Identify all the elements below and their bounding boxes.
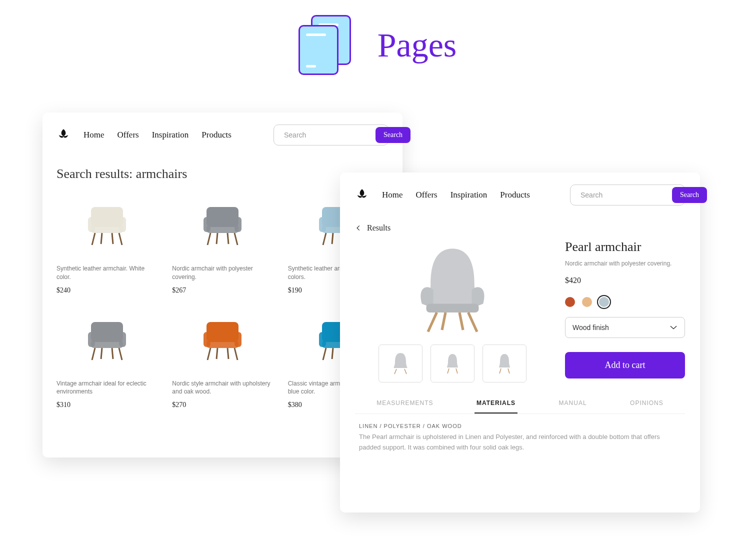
- product-description: Nordic armchair with polyester covering.: [565, 260, 685, 268]
- color-swatch[interactable]: [582, 297, 592, 307]
- finish-label: Wood finish: [572, 324, 609, 332]
- thumbnail[interactable]: [482, 344, 526, 382]
- search-bar: Search: [274, 124, 388, 146]
- svg-line-38: [208, 348, 210, 360]
- search-input[interactable]: [580, 191, 668, 199]
- svg-line-31: [119, 348, 122, 360]
- svg-rect-13: [206, 225, 238, 233]
- nav-products[interactable]: Products: [202, 130, 232, 140]
- thumbnail-row: [378, 344, 526, 382]
- product-main-image: [382, 236, 522, 340]
- armchair-icon: [392, 236, 512, 340]
- svg-line-8: [101, 233, 102, 244]
- product-thumbnail: [56, 304, 157, 370]
- back-to-results[interactable]: Results: [355, 224, 685, 232]
- svg-line-55: [442, 312, 446, 330]
- back-label: Results: [367, 224, 390, 232]
- svg-line-54: [468, 312, 478, 332]
- product-description: Nordic armchair with polyester covering.: [172, 264, 272, 282]
- svg-rect-34: [206, 322, 238, 342]
- finish-dropdown[interactable]: Wood finish: [565, 317, 685, 338]
- nav-home[interactable]: Home: [382, 190, 403, 200]
- product-thumbnail: [172, 190, 272, 254]
- svg-line-53: [428, 312, 437, 332]
- product-description: Synthetic leather armchair. White color.: [56, 264, 157, 282]
- product-detail-panel: Home Offers Inspiration Products Search …: [340, 172, 700, 512]
- tab-measurements[interactable]: MEASUREMENTS: [374, 400, 435, 414]
- svg-line-56: [460, 312, 463, 330]
- svg-line-46: [323, 348, 326, 360]
- svg-rect-2: [91, 207, 123, 227]
- search-button[interactable]: Search: [376, 127, 410, 143]
- svg-line-6: [92, 233, 95, 245]
- svg-line-48: [332, 348, 333, 359]
- tab-manual[interactable]: MANUAL: [557, 400, 589, 414]
- svg-line-62: [508, 368, 510, 374]
- svg-rect-37: [206, 340, 238, 348]
- color-swatches: [565, 297, 685, 307]
- nav-inspiration[interactable]: Inspiration: [450, 190, 488, 200]
- svg-line-40: [216, 348, 218, 359]
- add-to-cart-button[interactable]: Add to cart: [565, 352, 685, 378]
- product-price: $240: [56, 286, 157, 294]
- svg-line-32: [101, 348, 102, 359]
- thumbnail[interactable]: [378, 344, 422, 382]
- nav-inspiration[interactable]: Inspiration: [152, 130, 189, 140]
- search-button[interactable]: Search: [672, 187, 707, 203]
- product-title: Pearl armchair: [565, 240, 685, 254]
- svg-line-59: [448, 368, 449, 374]
- product-card[interactable]: Synthetic leather armchair. White color.…: [56, 190, 157, 294]
- materials-content: LINEN / POLYESTER / OAK WOOD The Pearl a…: [355, 423, 685, 453]
- svg-rect-52: [426, 304, 479, 313]
- svg-line-30: [92, 348, 95, 360]
- product-price: $270: [172, 401, 272, 409]
- svg-line-41: [228, 348, 228, 359]
- svg-rect-5: [91, 225, 123, 233]
- svg-line-57: [394, 369, 396, 374]
- nav-offers[interactable]: Offers: [416, 190, 438, 200]
- svg-line-14: [208, 233, 210, 245]
- svg-line-22: [323, 233, 326, 245]
- top-nav: Home Offers Inspiration Products Search: [56, 124, 388, 146]
- chevron-down-icon: [670, 325, 678, 330]
- svg-line-58: [404, 369, 406, 374]
- results-heading: Search results: armchairs: [56, 166, 388, 182]
- tab-opinions[interactable]: OPINIONS: [628, 400, 666, 414]
- svg-rect-29: [91, 340, 123, 348]
- svg-line-33: [112, 348, 113, 359]
- material-text: The Pearl armchair is upholstered in Lin…: [359, 432, 681, 453]
- svg-line-17: [228, 233, 228, 244]
- nav-offers[interactable]: Offers: [118, 130, 139, 140]
- product-card[interactable]: Vintage armchair ideal for eclectic envi…: [56, 304, 157, 410]
- product-price: $267: [172, 286, 272, 294]
- nav-products[interactable]: Products: [500, 190, 530, 200]
- product-price: $420: [565, 276, 685, 285]
- svg-line-7: [119, 233, 122, 245]
- svg-line-60: [456, 368, 458, 374]
- search-input[interactable]: [284, 131, 372, 139]
- svg-rect-10: [206, 207, 238, 227]
- color-swatch[interactable]: [565, 297, 575, 307]
- detail-tabs: MEASUREMENTSMATERIALSMANUALOPINIONS: [355, 400, 685, 414]
- svg-line-39: [234, 348, 238, 360]
- brand-logo-icon: [56, 128, 70, 142]
- product-card[interactable]: Nordic style armchair with upholstery an…: [172, 304, 272, 410]
- nav-home[interactable]: Home: [84, 130, 104, 140]
- product-thumbnail: [56, 190, 157, 254]
- svg-line-16: [216, 233, 218, 244]
- svg-line-15: [234, 233, 238, 245]
- top-nav-detail: Home Offers Inspiration Products Search: [355, 184, 685, 206]
- product-description: Nordic style armchair with upholstery an…: [172, 380, 272, 396]
- product-description: Vintage armchair ideal for eclectic envi…: [56, 380, 157, 396]
- color-swatch[interactable]: [599, 297, 609, 307]
- product-price: $310: [56, 401, 157, 409]
- tab-materials[interactable]: MATERIALS: [474, 400, 518, 414]
- product-card[interactable]: Nordic armchair with polyester covering.…: [172, 190, 272, 294]
- svg-line-61: [500, 368, 501, 374]
- product-gallery: [355, 236, 550, 382]
- svg-line-24: [332, 233, 333, 244]
- thumbnail[interactable]: [430, 344, 474, 382]
- pages-icon: [294, 15, 354, 75]
- brand-logo-icon: [355, 188, 369, 202]
- svg-rect-26: [91, 322, 123, 342]
